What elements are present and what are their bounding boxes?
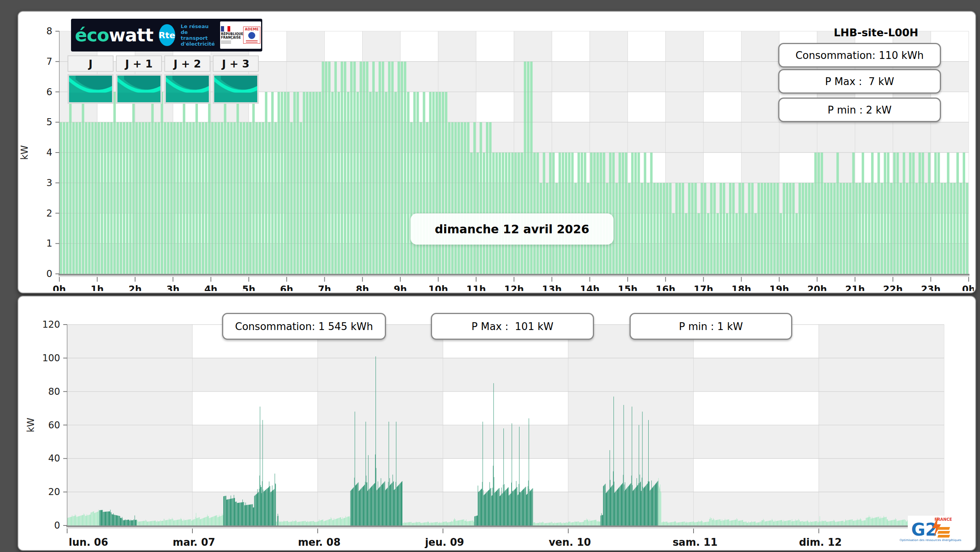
- french-flag-icon: [221, 26, 230, 32]
- svg-text:mar. 07: mar. 07: [173, 536, 215, 548]
- svg-text:4h: 4h: [204, 284, 217, 291]
- daily-consumption-stat: Consommation: 110 kWh: [778, 43, 941, 67]
- motto-lines: [221, 40, 231, 44]
- svg-text:6: 6: [46, 87, 52, 98]
- daily-pmin-stat: P min : 2 kW: [778, 98, 941, 122]
- svg-text:11h: 11h: [466, 284, 486, 291]
- ecowatt-gauge-j1[interactable]: [116, 74, 162, 104]
- svg-text:dim. 12: dim. 12: [799, 536, 842, 548]
- svg-text:10h: 10h: [429, 284, 448, 291]
- ecowatt-gauge-j2[interactable]: [164, 74, 210, 104]
- svg-text:3: 3: [46, 177, 52, 188]
- svg-text:100: 100: [42, 353, 60, 364]
- tab-day-j2[interactable]: J + 2: [164, 55, 210, 72]
- svg-text:20h: 20h: [807, 284, 827, 291]
- svg-text:3h: 3h: [166, 284, 180, 291]
- svg-text:5: 5: [46, 117, 52, 128]
- tab-day-j1[interactable]: J + 1: [116, 55, 162, 72]
- svg-text:9h: 9h: [394, 284, 407, 291]
- svg-text:0h: 0h: [53, 284, 66, 291]
- svg-text:23h: 23h: [921, 284, 941, 291]
- svg-text:13h: 13h: [542, 284, 562, 291]
- svg-text:0: 0: [54, 520, 60, 531]
- ecowatt-logo: écowatt Rte Le réseau de transport d'éle…: [71, 19, 262, 51]
- svg-text:19h: 19h: [769, 284, 789, 291]
- svg-text:6h: 6h: [280, 284, 293, 291]
- date-label: dimanche 12 avril 2026: [411, 213, 614, 245]
- svg-text:0: 0: [46, 268, 52, 279]
- g2e-e-bars: [938, 527, 950, 538]
- svg-text:2h: 2h: [128, 284, 142, 291]
- daily-chart-panel: 0123456780h1h2h3h4h5h6h7h8h9h10h11h12h13…: [18, 11, 976, 293]
- svg-text:15h: 15h: [618, 284, 637, 291]
- svg-text:kW: kW: [19, 145, 30, 160]
- weekly-chart-panel: 020406080100120lun. 06mar. 07mer. 08jeu.…: [18, 296, 976, 551]
- svg-text:20: 20: [48, 486, 60, 497]
- svg-text:22h: 22h: [883, 284, 903, 291]
- tab-day-j3[interactable]: J + 3: [213, 55, 259, 72]
- svg-text:1h: 1h: [91, 284, 104, 291]
- daily-pmax-stat: P Max : 7 kW: [778, 69, 941, 94]
- ademe-globe-icon: [248, 32, 255, 39]
- svg-text:21h: 21h: [845, 284, 865, 291]
- g2e-france-logo: G2 FRANCE Optimisation des ressources én…: [908, 516, 953, 548]
- rte-logo-icon: Rte: [159, 24, 175, 46]
- weekly-pmin-stat: P min : 1 kW: [630, 313, 792, 340]
- svg-text:16h: 16h: [656, 284, 675, 291]
- svg-text:80: 80: [48, 386, 60, 397]
- ecowatt-gauge-j[interactable]: [68, 74, 114, 104]
- svg-text:mer. 08: mer. 08: [298, 536, 341, 548]
- ademe-logo: ADEME: [243, 27, 260, 44]
- ecowatt-wordmark: écowatt: [75, 25, 153, 46]
- svg-text:40: 40: [48, 453, 60, 464]
- svg-text:sam. 11: sam. 11: [672, 536, 717, 548]
- ecowatt-gauge-j3[interactable]: [213, 74, 259, 104]
- svg-text:1: 1: [46, 238, 52, 249]
- site-name: LHB-site-L00H: [796, 27, 956, 39]
- weekly-pmax-stat: P Max : 101 kW: [431, 313, 594, 340]
- government-logos: RÉPUBLIQUE FRANÇAISE ADEME: [220, 21, 261, 49]
- svg-text:lun. 06: lun. 06: [69, 536, 108, 548]
- svg-text:8h: 8h: [356, 284, 369, 291]
- dashboard: 0123456780h1h2h3h4h5h6h7h8h9h10h11h12h13…: [0, 0, 980, 552]
- svg-text:4: 4: [46, 147, 52, 158]
- svg-text:60: 60: [48, 420, 60, 431]
- svg-text:kW: kW: [25, 418, 36, 433]
- republique-francaise-logo: RÉPUBLIQUE FRANÇAISE: [221, 26, 243, 44]
- svg-text:ven. 10: ven. 10: [549, 536, 591, 548]
- svg-text:5h: 5h: [242, 284, 256, 291]
- svg-text:0h: 0h: [962, 284, 974, 291]
- svg-text:14h: 14h: [580, 284, 599, 291]
- svg-text:7: 7: [46, 56, 52, 67]
- svg-text:12h: 12h: [504, 284, 524, 291]
- svg-text:17h: 17h: [694, 284, 713, 291]
- svg-text:8: 8: [46, 26, 52, 37]
- tab-day-j[interactable]: J: [68, 55, 114, 72]
- svg-text:2: 2: [46, 208, 52, 219]
- rte-tagline: Le réseau de transport d'électricité: [181, 23, 215, 47]
- svg-text:120: 120: [42, 319, 60, 330]
- svg-text:7h: 7h: [318, 284, 331, 291]
- svg-text:jeu. 09: jeu. 09: [425, 536, 464, 548]
- weekly-consumption-stat: Consommation: 1 545 kWh: [222, 313, 386, 340]
- svg-text:18h: 18h: [731, 284, 751, 291]
